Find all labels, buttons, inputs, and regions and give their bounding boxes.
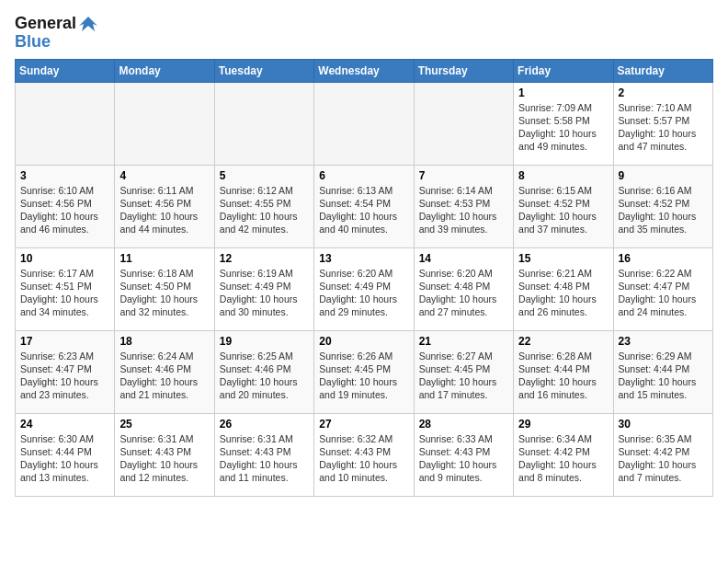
page-header: General Blue <box>15 15 713 52</box>
calendar-cell: 23Sunrise: 6:29 AM Sunset: 4:44 PM Dayli… <box>613 330 712 413</box>
day-info: Sunrise: 6:32 AM Sunset: 4:43 PM Dayligh… <box>319 432 408 485</box>
calendar-cell: 26Sunrise: 6:31 AM Sunset: 4:43 PM Dayli… <box>214 413 313 496</box>
weekday-header: Wednesday <box>314 59 414 82</box>
day-number: 16 <box>619 252 708 265</box>
calendar-week-row: 24Sunrise: 6:30 AM Sunset: 4:44 PM Dayli… <box>16 413 713 496</box>
calendar-cell: 2Sunrise: 7:10 AM Sunset: 5:57 PM Daylig… <box>613 82 712 165</box>
day-number: 24 <box>20 418 109 431</box>
day-number: 15 <box>518 252 608 265</box>
day-number: 4 <box>119 169 209 182</box>
calendar-week-row: 10Sunrise: 6:17 AM Sunset: 4:51 PM Dayli… <box>16 247 713 330</box>
day-number: 27 <box>319 418 408 431</box>
day-number: 30 <box>619 418 708 431</box>
day-number: 21 <box>419 335 508 348</box>
calendar-cell <box>414 82 513 165</box>
day-info: Sunrise: 7:09 AM Sunset: 5:58 PM Dayligh… <box>518 101 608 154</box>
day-number: 12 <box>220 252 309 265</box>
calendar-cell: 29Sunrise: 6:34 AM Sunset: 4:42 PM Dayli… <box>514 413 613 496</box>
day-number: 25 <box>119 418 209 431</box>
weekday-header: Tuesday <box>214 59 313 82</box>
day-number: 14 <box>419 252 508 265</box>
calendar-cell: 19Sunrise: 6:25 AM Sunset: 4:46 PM Dayli… <box>214 330 313 413</box>
calendar-week-row: 17Sunrise: 6:23 AM Sunset: 4:47 PM Dayli… <box>16 330 713 413</box>
day-number: 19 <box>220 335 309 348</box>
day-info: Sunrise: 6:28 AM Sunset: 4:44 PM Dayligh… <box>518 350 608 402</box>
calendar-cell: 8Sunrise: 6:15 AM Sunset: 4:52 PM Daylig… <box>514 165 613 247</box>
calendar-cell: 25Sunrise: 6:31 AM Sunset: 4:43 PM Dayli… <box>115 413 214 496</box>
day-number: 29 <box>518 418 608 431</box>
day-number: 5 <box>220 169 309 182</box>
weekday-header: Sunday <box>16 59 115 82</box>
day-number: 10 <box>20 252 109 265</box>
day-info: Sunrise: 6:33 AM Sunset: 4:43 PM Dayligh… <box>419 432 508 485</box>
day-info: Sunrise: 6:18 AM Sunset: 4:50 PM Dayligh… <box>119 267 209 319</box>
calendar-week-row: 3Sunrise: 6:10 AM Sunset: 4:56 PM Daylig… <box>16 165 713 247</box>
day-info: Sunrise: 6:26 AM Sunset: 4:45 PM Dayligh… <box>319 350 408 402</box>
day-info: Sunrise: 6:35 AM Sunset: 4:42 PM Dayligh… <box>619 432 708 485</box>
day-info: Sunrise: 6:25 AM Sunset: 4:46 PM Dayligh… <box>220 350 309 402</box>
day-info: Sunrise: 6:13 AM Sunset: 4:54 PM Dayligh… <box>319 184 408 236</box>
calendar-table: SundayMondayTuesdayWednesdayThursdayFrid… <box>15 59 713 497</box>
weekday-header: Monday <box>115 59 214 82</box>
day-number: 18 <box>119 335 209 348</box>
calendar-cell: 13Sunrise: 6:20 AM Sunset: 4:49 PM Dayli… <box>314 247 414 330</box>
calendar-cell: 24Sunrise: 6:30 AM Sunset: 4:44 PM Dayli… <box>16 413 115 496</box>
logo: General Blue <box>15 15 98 52</box>
day-number: 20 <box>319 335 408 348</box>
calendar-week-row: 1Sunrise: 7:09 AM Sunset: 5:58 PM Daylig… <box>16 82 713 165</box>
calendar-cell: 7Sunrise: 6:14 AM Sunset: 4:53 PM Daylig… <box>414 165 513 247</box>
calendar-cell: 5Sunrise: 6:12 AM Sunset: 4:55 PM Daylig… <box>214 165 313 247</box>
calendar-cell: 30Sunrise: 6:35 AM Sunset: 4:42 PM Dayli… <box>613 413 712 496</box>
calendar-cell <box>16 82 115 165</box>
day-info: Sunrise: 7:10 AM Sunset: 5:57 PM Dayligh… <box>619 101 708 154</box>
calendar-cell <box>214 82 313 165</box>
day-number: 8 <box>518 169 608 182</box>
calendar-cell: 15Sunrise: 6:21 AM Sunset: 4:48 PM Dayli… <box>514 247 613 330</box>
day-info: Sunrise: 6:31 AM Sunset: 4:43 PM Dayligh… <box>119 432 209 485</box>
day-info: Sunrise: 6:19 AM Sunset: 4:49 PM Dayligh… <box>220 267 309 319</box>
day-info: Sunrise: 6:22 AM Sunset: 4:47 PM Dayligh… <box>619 267 708 319</box>
day-info: Sunrise: 6:10 AM Sunset: 4:56 PM Dayligh… <box>20 184 109 236</box>
calendar-cell: 21Sunrise: 6:27 AM Sunset: 4:45 PM Dayli… <box>414 330 513 413</box>
day-number: 13 <box>319 252 408 265</box>
day-info: Sunrise: 6:12 AM Sunset: 4:55 PM Dayligh… <box>220 184 309 236</box>
day-number: 22 <box>518 335 608 348</box>
day-info: Sunrise: 6:23 AM Sunset: 4:47 PM Dayligh… <box>20 350 109 402</box>
day-number: 1 <box>518 86 608 99</box>
day-info: Sunrise: 6:30 AM Sunset: 4:44 PM Dayligh… <box>20 432 109 485</box>
calendar-cell <box>115 82 214 165</box>
calendar-cell: 20Sunrise: 6:26 AM Sunset: 4:45 PM Dayli… <box>314 330 414 413</box>
day-number: 7 <box>419 169 508 182</box>
calendar-cell: 10Sunrise: 6:17 AM Sunset: 4:51 PM Dayli… <box>16 247 115 330</box>
weekday-header: Friday <box>514 59 613 82</box>
calendar-cell: 16Sunrise: 6:22 AM Sunset: 4:47 PM Dayli… <box>613 247 712 330</box>
calendar-cell: 3Sunrise: 6:10 AM Sunset: 4:56 PM Daylig… <box>16 165 115 247</box>
calendar-cell: 14Sunrise: 6:20 AM Sunset: 4:48 PM Dayli… <box>414 247 513 330</box>
day-number: 6 <box>319 169 408 182</box>
day-number: 2 <box>619 86 708 99</box>
calendar-cell: 17Sunrise: 6:23 AM Sunset: 4:47 PM Dayli… <box>16 330 115 413</box>
day-number: 23 <box>619 335 708 348</box>
day-info: Sunrise: 6:31 AM Sunset: 4:43 PM Dayligh… <box>220 432 309 485</box>
calendar-cell: 1Sunrise: 7:09 AM Sunset: 5:58 PM Daylig… <box>514 82 613 165</box>
day-info: Sunrise: 6:24 AM Sunset: 4:46 PM Dayligh… <box>119 350 209 402</box>
day-info: Sunrise: 6:34 AM Sunset: 4:42 PM Dayligh… <box>518 432 608 485</box>
day-number: 9 <box>619 169 708 182</box>
calendar-cell: 27Sunrise: 6:32 AM Sunset: 4:43 PM Dayli… <box>314 413 414 496</box>
day-info: Sunrise: 6:11 AM Sunset: 4:56 PM Dayligh… <box>119 184 209 236</box>
day-number: 3 <box>20 169 109 182</box>
day-number: 26 <box>220 418 309 431</box>
day-info: Sunrise: 6:20 AM Sunset: 4:48 PM Dayligh… <box>419 267 508 319</box>
day-info: Sunrise: 6:20 AM Sunset: 4:49 PM Dayligh… <box>319 267 408 319</box>
day-number: 17 <box>20 335 109 348</box>
day-info: Sunrise: 6:15 AM Sunset: 4:52 PM Dayligh… <box>518 184 608 236</box>
calendar-cell: 12Sunrise: 6:19 AM Sunset: 4:49 PM Dayli… <box>214 247 313 330</box>
calendar-cell <box>314 82 414 165</box>
calendar-cell: 28Sunrise: 6:33 AM Sunset: 4:43 PM Dayli… <box>414 413 513 496</box>
calendar-cell: 22Sunrise: 6:28 AM Sunset: 4:44 PM Dayli… <box>514 330 613 413</box>
weekday-header-row: SundayMondayTuesdayWednesdayThursdayFrid… <box>16 59 713 82</box>
day-number: 11 <box>119 252 209 265</box>
day-info: Sunrise: 6:27 AM Sunset: 4:45 PM Dayligh… <box>419 350 508 402</box>
weekday-header: Saturday <box>613 59 712 82</box>
calendar-cell: 6Sunrise: 6:13 AM Sunset: 4:54 PM Daylig… <box>314 165 414 247</box>
